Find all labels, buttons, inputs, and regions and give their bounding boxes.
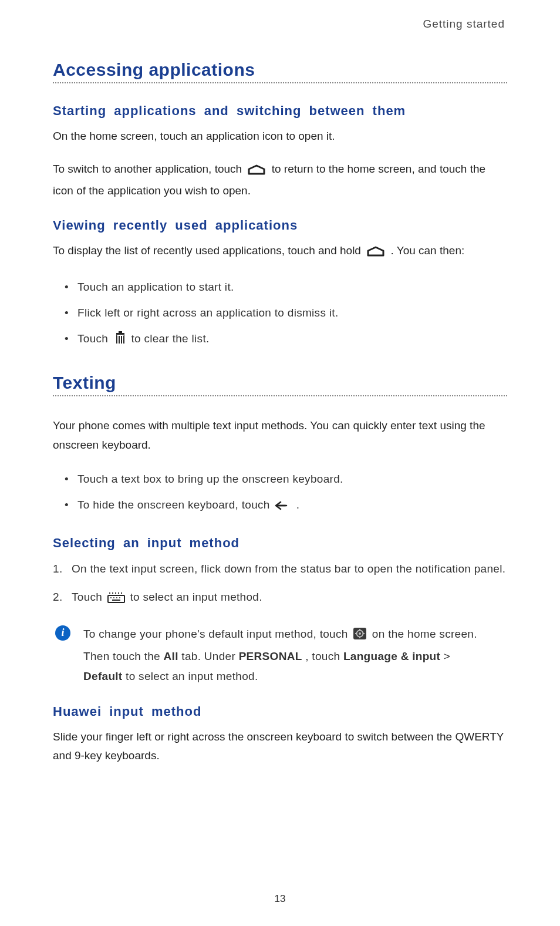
body-text: Slide your finger left or right across t… [53,728,507,766]
ordered-list: On the text input screen, flick down fro… [53,559,507,610]
bold-language-input: Language & input [343,650,440,662]
settings-icon [353,627,367,646]
text-fragment: Touch [77,332,112,345]
text-fragment: To display the list of recently used app… [53,244,364,257]
text-fragment: , touch [305,650,343,662]
list-item: Flick left or right across an applicatio… [65,302,507,324]
home-icon [247,162,266,181]
body-text: To display the list of recently used app… [53,241,507,262]
list-item: On the text input screen, flick down fro… [53,559,507,579]
text-fragment: to clear the list. [131,332,209,345]
keyboard-icon [107,590,125,610]
divider [53,395,507,396]
body-text: To switch to another application, touch … [53,160,507,200]
home-icon [366,244,386,262]
bold-all: All [164,650,178,662]
text-fragment: To change your phone's default input met… [83,628,351,640]
text-fragment: to select an input method. [130,591,262,603]
svg-point-10 [116,597,117,598]
list-item: Touch a text box to bring up the onscree… [65,469,507,490]
section-title-accessing-applications: Accessing applications [53,60,507,80]
subsection-huawei-input-method: Huawei input method [53,704,507,719]
bold-default: Default [83,670,123,682]
svg-point-9 [113,597,114,598]
svg-rect-12 [112,600,120,601]
info-note: i To change your phone's default input m… [55,624,507,687]
svg-point-11 [119,597,120,598]
subsection-starting-applications: Starting applications and switching betw… [53,103,507,119]
list-item: Touch an application to start it. [65,277,507,298]
list-item: Touch to clear the list. [65,328,507,352]
text-fragment: To switch to another application, touch [53,163,245,175]
text-fragment: tab. Under [181,650,238,662]
page-number: 13 [0,893,560,905]
text-fragment: To hide the onscreen keyboard, touch [77,499,273,511]
running-header: Getting started [53,18,507,31]
svg-rect-1 [116,333,124,335]
info-icon: i [55,625,70,641]
svg-rect-2 [108,595,124,602]
divider [53,82,507,83]
svg-point-15 [359,632,361,635]
back-icon [275,497,291,518]
text-fragment: . [296,499,300,511]
svg-point-8 [110,597,112,598]
section-title-texting: Texting [53,373,507,393]
text-fragment: > [444,650,450,662]
subsection-selecting-input-method: Selecting an input method [53,536,507,551]
text-fragment: . You can then: [391,244,465,257]
bullet-list: Touch a text box to bring up the onscree… [53,469,507,518]
bold-personal: PERSONAL [239,650,302,662]
subsection-viewing-recently-used: Viewing recently used applications [53,218,507,233]
list-item: Touch to select an input method. [53,587,507,610]
bullet-list: Touch an application to start it. Flick … [53,277,507,352]
body-text: Your phone comes with multiple text inpu… [53,416,507,454]
page: Getting started Accessing applications S… [0,0,560,926]
svg-rect-0 [119,331,122,333]
body-text: On the home screen, touch an application… [53,127,507,146]
info-text: To change your phone's default input met… [83,624,507,687]
trash-broom-icon [113,331,126,352]
text-fragment: Touch [72,591,106,603]
text-fragment: to select an input method. [126,670,258,682]
list-item: To hide the onscreen keyboard, touch . [65,494,507,518]
